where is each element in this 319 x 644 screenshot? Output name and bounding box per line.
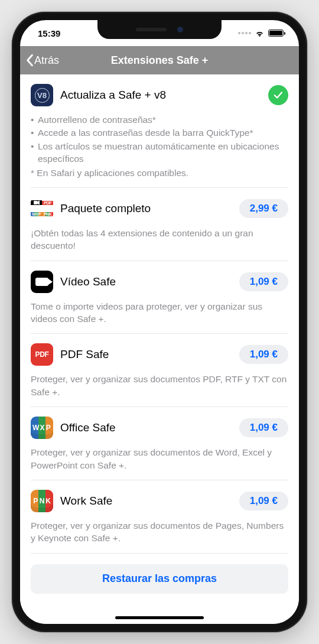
v8-icon: V8 [31,84,53,106]
item-title: PDF Safe [60,348,232,361]
item-bundle: PDF WXP PNK Paquete completo 2,99 € ¡Obt… [31,188,288,261]
upgrade-section: V8 Actualiza a Safe + v8 Autorrelleno de… [31,74,288,188]
upgrade-title: Actualiza a Safe + v8 [60,89,261,102]
item-desc: Proteger, ver y organizar sus documentos… [31,373,288,398]
device-notch [97,20,222,39]
svg-rect-0 [34,201,37,204]
price-button[interactable]: 1,09 € [239,272,288,291]
content-scroll[interactable]: V8 Actualiza a Safe + v8 Autorrelleno de… [20,74,299,624]
price-button[interactable]: 2,99 € [239,199,288,218]
purchased-check-icon [268,85,288,105]
price-button[interactable]: 1,09 € [239,345,288,364]
back-button[interactable]: Atrás [25,54,59,67]
video-icon [31,271,53,293]
upgrade-bullet: Los artículos se muestran automáticament… [31,140,288,165]
item-title: Vídeo Safe [60,275,232,288]
item-title: Work Safe [60,495,232,508]
upgrade-footnote: * En Safari y aplicaciones compatibles. [31,167,288,179]
price-button[interactable]: 1,09 € [239,418,288,437]
bundle-icon: PDF WXP PNK [31,197,53,220]
item-work: PNK Work Safe 1,09 € Proteger, ver y org… [31,480,288,554]
cellular-dots-icon [238,32,251,34]
battery-icon [268,30,284,37]
home-indicator[interactable] [115,616,204,619]
upgrade-bullet: Autorrelleno de contraseñas* [31,113,288,126]
nav-bar: Atrás Extensiones Safe + [20,46,299,74]
status-time: 15:39 [38,28,60,38]
office-icon: WXP [31,417,53,439]
item-office: WXP Office Safe 1,09 € Proteger, ver y o… [31,407,288,480]
item-desc: Tome o importe videos para proteger, ver… [31,300,288,326]
upgrade-description: Autorrelleno de contraseñas* Accede a la… [31,113,288,179]
item-title: Paquete completo [60,202,232,215]
item-desc: Proteger, ver y organizar sus documentos… [31,446,288,471]
wifi-icon [255,28,265,38]
item-desc: ¡Obtén todas las 4 extensiones de conten… [31,227,288,252]
item-pdf: PDF PDF Safe 1,09 € Proteger, ver y orga… [31,334,288,407]
item-desc: Proteger, ver y organizar sus documentos… [31,519,288,545]
back-label: Atrás [34,54,59,67]
price-button[interactable]: 1,09 € [239,492,288,510]
pdf-icon: PDF [31,343,53,366]
phone-frame: 15:39 Atrás Extensiones Safe + V8 Actual… [12,12,307,632]
upgrade-bullet: Accede a las contraseñas desde la barra … [31,126,288,139]
svg-marker-1 [37,201,40,205]
work-icon: PNK [31,490,53,512]
nav-title: Extensiones Safe + [20,54,299,67]
restore-purchases-button[interactable]: Restaurar las compras [31,564,288,594]
item-title: Office Safe [60,421,232,434]
item-video: Vídeo Safe 1,09 € Tome o importe videos … [31,261,288,334]
